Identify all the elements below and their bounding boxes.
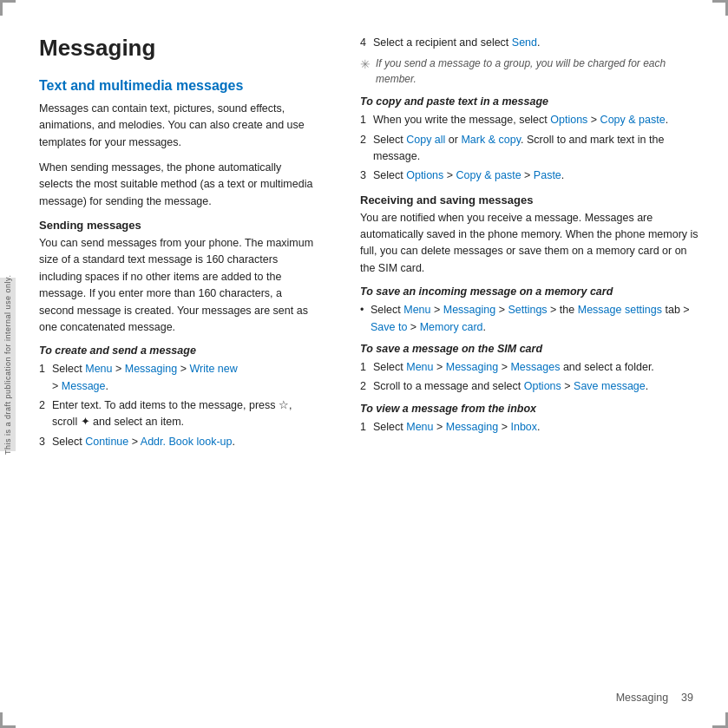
view-inbox-title: To view a message from the inbox xyxy=(360,403,702,415)
corner-br xyxy=(712,712,728,728)
inbox-step-1: 1 Select Menu > Messaging > Inbox. xyxy=(360,419,702,436)
save-sim-title: To save a message on the SIM card xyxy=(360,343,702,355)
footer-page: 39 xyxy=(681,692,693,704)
left-column: Messaging Text and multimedia messages M… xyxy=(39,35,325,693)
sim-step-1: 1 Select Menu > Messaging > Messages and… xyxy=(360,359,702,376)
content-area: Messaging Text and multimedia messages M… xyxy=(0,0,728,728)
page-title: Messaging xyxy=(39,35,317,62)
receiving-body: You are notified when you receive a mess… xyxy=(360,210,702,278)
create-send-steps: 1 Select Menu > Messaging > Write new> M… xyxy=(39,361,317,450)
page-container: This is a draft publication for internal… xyxy=(0,0,728,728)
corner-tl xyxy=(0,0,16,16)
section-body-2: When sending messages, the phone automat… xyxy=(39,160,317,210)
cp-step-3: 3 Select Options > Copy & paste > Paste. xyxy=(360,167,702,184)
tip-text: If you send a message to a group, you wi… xyxy=(376,56,702,87)
save-memory-item: Select Menu > Messaging > Settings > the… xyxy=(360,302,702,336)
subsection-send-title: Sending messages xyxy=(39,219,317,232)
tip-box: ✳ If you send a message to a group, you … xyxy=(360,56,702,87)
side-tab: This is a draft publication for internal… xyxy=(0,278,16,451)
step-4-list: 4 Select a recipient and select Send. xyxy=(360,35,702,51)
subsection-send-body: You can send messages from your phone. T… xyxy=(39,235,317,336)
step-1: 1 Select Menu > Messaging > Write new> M… xyxy=(39,361,317,395)
right-column: 4 Select a recipient and select Send. ✳ … xyxy=(351,35,702,693)
step-2: 2 Enter text. To add items to the messag… xyxy=(39,397,317,431)
cp-step-1: 1 When you write the message, select Opt… xyxy=(360,112,702,128)
receiving-title: Receiving and saving messages xyxy=(360,193,702,207)
corner-bl xyxy=(0,712,16,728)
copy-paste-title: To copy and paste text in a message xyxy=(360,95,702,108)
sim-step-2: 2 Scroll to a message and select Options… xyxy=(360,378,702,395)
save-memory-bullets: Select Menu > Messaging > Settings > the… xyxy=(360,302,702,336)
copy-paste-steps: 1 When you write the message, select Opt… xyxy=(360,112,702,185)
cp-step-2: 2 Select Copy all or Mark & copy. Scroll… xyxy=(360,132,702,166)
tip-icon: ✳ xyxy=(360,57,371,71)
section-body-1: Messages can contain text, pictures, sou… xyxy=(39,101,317,151)
create-send-title: To create and send a message xyxy=(39,344,317,357)
view-inbox-steps: 1 Select Menu > Messaging > Inbox. xyxy=(360,419,702,436)
save-sim-steps: 1 Select Menu > Messaging > Messages and… xyxy=(360,359,702,396)
page-footer: Messaging 39 xyxy=(616,692,693,704)
footer-label: Messaging xyxy=(616,692,668,704)
step-3: 3 Select Continue > Addr. Book look-up. xyxy=(39,434,317,450)
corner-tr xyxy=(712,0,728,16)
save-memory-title: To save an incoming message on a memory … xyxy=(360,285,702,298)
step-4: 4 Select a recipient and select Send. xyxy=(360,35,702,51)
section-heading: Text and multimedia messages xyxy=(39,77,317,95)
